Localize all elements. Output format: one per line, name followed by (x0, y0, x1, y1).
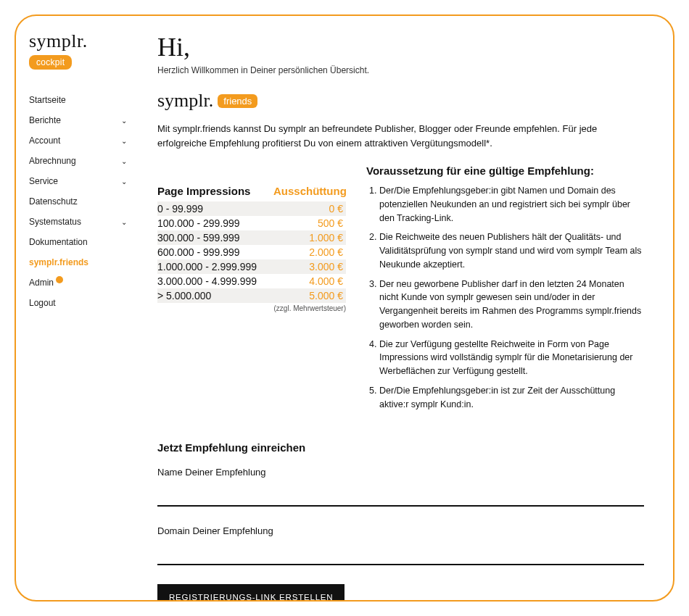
nav-berichte[interactable]: Berichte ⌄ (29, 110, 136, 130)
nav-label: Account (29, 136, 60, 146)
nav-label: Admin (29, 278, 63, 288)
nav-admin[interactable]: Admin (29, 272, 136, 293)
chevron-down-icon: ⌄ (121, 137, 127, 145)
table-row: 1.000.000 - 2.999.9993.000 € (157, 259, 346, 274)
nav-label: Datenschutz (29, 196, 78, 207)
nav-label: Abrechnung (29, 156, 76, 166)
chevron-down-icon: ⌄ (121, 178, 127, 186)
nav-label: Dokumentation (29, 237, 88, 247)
conditions-column: Voraussetzung für eine gültige Empfehlun… (366, 165, 644, 417)
condition-item: Der neu geworbene Publisher darf in den … (379, 278, 644, 332)
logo-text: symplr. (29, 30, 136, 52)
domain-input[interactable] (157, 539, 644, 565)
table-row: 3.000.000 - 4.999.9994.000 € (157, 274, 346, 288)
nav-service[interactable]: Service ⌄ (29, 171, 136, 191)
nav-label: symplr.friends (29, 257, 88, 267)
app-window: symplr. cockpit Startseite Berichte ⌄ Ac… (15, 14, 674, 602)
chevron-down-icon: ⌄ (121, 218, 127, 226)
table-row: 100.000 - 299.999500 € (157, 216, 346, 230)
payout-table-column: Page Impressions Ausschüttung 0 - 99.999… (157, 165, 346, 417)
nav-systemstatus[interactable]: Systemstatus ⌄ (29, 212, 136, 232)
notification-dot-icon (56, 276, 63, 283)
table-body: 0 - 99.9990 € 100.000 - 299.999500 € 300… (157, 201, 346, 303)
nav-label: Startseite (29, 95, 66, 105)
brand-friends-badge: friends (218, 94, 257, 108)
chevron-down-icon: ⌄ (121, 117, 127, 125)
nav-abrechnung[interactable]: Abrechnung ⌄ (29, 151, 136, 171)
intro-text: Mit symplr.friends kannst Du symplr an b… (157, 122, 644, 150)
condition-item: Der/Die Empfehlungsgeber:in gibt Namen u… (379, 184, 644, 225)
domain-label: Domain Deiner Empfehlung (157, 525, 644, 536)
table-row: 300.000 - 599.9991.000 € (157, 230, 346, 245)
name-input[interactable] (157, 480, 644, 507)
chevron-down-icon: ⌄ (121, 157, 127, 165)
name-label: Name Deiner Empfehlung (157, 467, 644, 478)
brand-symplr: symplr. (157, 90, 213, 112)
logo-badge: cockpit (29, 55, 72, 70)
nav-dokumentation[interactable]: Dokumentation (29, 232, 136, 252)
table-row: > 5.000.0005.000 € (157, 288, 346, 303)
two-columns: Page Impressions Ausschüttung 0 - 99.999… (157, 165, 644, 417)
nav-label: Logout (29, 298, 56, 308)
main-content: Hi, Herzlich Willkommen in Deiner persön… (136, 16, 673, 600)
create-link-button[interactable]: REGISTRIERUNGS-LINK ERSTELLEN (157, 584, 344, 600)
nav-account[interactable]: Account ⌄ (29, 130, 136, 151)
vat-note: (zzgl. Mehrwertsteuer) (157, 304, 346, 312)
table-row: 0 - 99.9990 € (157, 201, 346, 216)
nav-startseite[interactable]: Startseite (29, 90, 136, 110)
conditions-list: Der/Die Empfehlungsgeber:in gibt Namen u… (366, 184, 644, 411)
nav-label: Berichte (29, 115, 61, 125)
nav: Startseite Berichte ⌄ Account ⌄ Abrechnu… (29, 90, 136, 313)
nav-logout[interactable]: Logout (29, 293, 136, 313)
table-header: Page Impressions Ausschüttung (157, 185, 346, 197)
nav-label: Systemstatus (29, 217, 81, 227)
nav-label: Service (29, 176, 58, 186)
th-impressions: Page Impressions (157, 185, 273, 197)
th-payout: Ausschüttung (273, 185, 346, 197)
brand-line: symplr. friends (157, 90, 644, 112)
conditions-heading: Voraussetzung für eine gültige Empfehlun… (366, 165, 644, 177)
payout-table: Page Impressions Ausschüttung 0 - 99.999… (157, 185, 346, 312)
greeting-heading: Hi, (157, 32, 644, 62)
condition-item: Die zur Verfügung gestellte Reichweite i… (379, 338, 644, 378)
nav-symplr-friends[interactable]: symplr.friends (29, 252, 136, 272)
condition-item: Der/Die Empfehlungsgeber:in ist zur Zeit… (379, 384, 644, 412)
greeting-subtext: Herzlich Willkommen in Deiner persönlich… (157, 65, 644, 75)
table-row: 600.000 - 999.9992.000 € (157, 245, 346, 259)
referral-form: Jetzt Empfehlung einreichen Name Deiner … (157, 441, 644, 600)
sidebar: symplr. cockpit Startseite Berichte ⌄ Ac… (16, 16, 136, 600)
form-heading: Jetzt Empfehlung einreichen (157, 441, 644, 454)
nav-datenschutz[interactable]: Datenschutz (29, 191, 136, 212)
condition-item: Die Reichweite des neuen Publishers hält… (379, 230, 644, 271)
